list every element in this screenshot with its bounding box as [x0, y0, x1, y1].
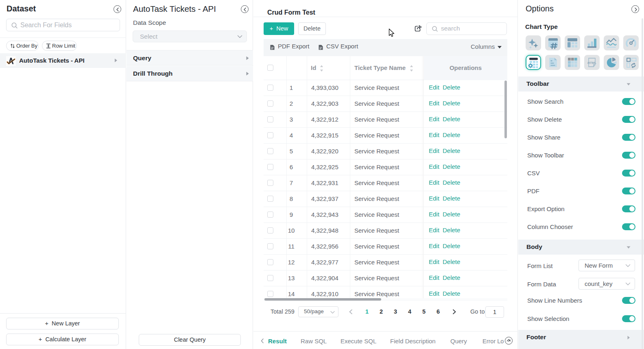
svg-text:HTML: HTML [587, 61, 596, 65]
